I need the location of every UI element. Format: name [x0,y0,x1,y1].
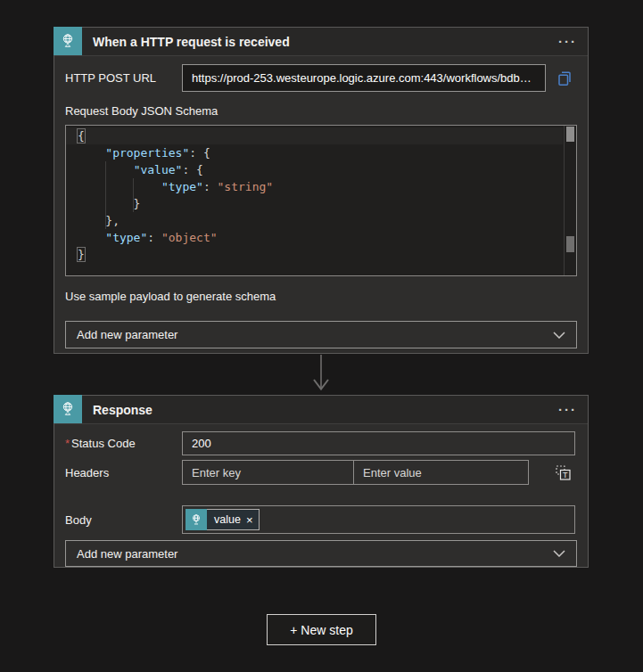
http-post-url-label: HTTP POST URL [65,71,182,85]
trigger-card-header[interactable]: When a HTTP request is received ··· [54,28,588,56]
response-card: Response ··· *Status Code Headers T [54,395,589,568]
header-key-input[interactable] [182,460,354,485]
chevron-down-icon [553,332,565,339]
response-more-menu-icon[interactable]: ··· [558,406,577,414]
token-close-icon[interactable]: × [244,513,260,527]
json-schema-code: { "properties": { "value": { "type": "st… [66,127,563,263]
status-code-row: *Status Code [65,431,577,455]
new-step-button[interactable]: + New step [267,614,376,645]
text-mode-icon: T [555,464,572,481]
schema-label: Request Body JSON Schema [65,104,577,118]
body-row: Body [65,505,577,534]
status-code-input[interactable] [182,431,575,455]
token-label: value [207,513,244,526]
trigger-card-body: HTTP POST URL Request Body JSON Schema {… [54,64,588,348]
copy-icon [556,70,573,87]
trigger-card-title: When a HTTP request is received [93,35,290,49]
scrollbar-thumb[interactable] [566,127,574,142]
copy-url-button[interactable] [556,70,573,87]
http-post-url-input[interactable] [182,64,546,92]
add-parameter-label: Add new parameter [77,547,177,561]
response-card-header[interactable]: Response ··· [54,396,588,424]
token-connector-icon [185,509,207,530]
chevron-down-icon [553,550,565,557]
response-card-body: *Status Code Headers T Body [54,431,588,567]
response-add-parameter-dropdown[interactable]: Add new parameter [65,540,577,567]
body-label: Body [65,513,182,527]
connector-arrow [311,355,331,393]
body-input[interactable]: value × [182,505,575,534]
svg-text:T: T [563,471,568,479]
headers-label: Headers [65,466,182,479]
add-parameter-label: Add new parameter [77,328,177,341]
logic-apps-designer-canvas: When a HTTP request is received ··· HTTP… [0,0,643,672]
http-request-connector-icon [54,27,82,55]
editor-scrollbar[interactable] [564,126,576,275]
trigger-add-parameter-dropdown[interactable]: Add new parameter [65,321,577,348]
scrollbar-marker [566,236,574,252]
required-asterisk: * [65,437,70,450]
use-sample-payload-link[interactable]: Use sample payload to generate schema [65,290,276,303]
header-value-input[interactable] [353,460,529,485]
trigger-more-menu-icon[interactable]: ··· [558,37,577,46]
headers-row: Headers T [65,460,577,485]
status-code-label: *Status Code [65,437,182,450]
http-post-url-row: HTTP POST URL [65,64,577,92]
switch-to-text-mode-button[interactable]: T [555,464,572,481]
trigger-card: When a HTTP request is received ··· HTTP… [54,27,589,354]
response-connector-icon [54,395,82,423]
response-card-title: Response [93,403,153,417]
json-schema-editor[interactable]: { "properties": { "value": { "type": "st… [65,125,577,276]
dynamic-content-token[interactable]: value × [185,509,260,530]
